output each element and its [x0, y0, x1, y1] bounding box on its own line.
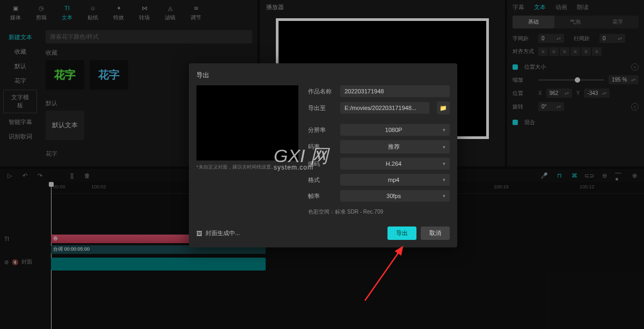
dest-label: 导出至	[308, 104, 335, 112]
chevron-down-icon: ▾	[443, 127, 445, 133]
chevron-down-icon: ▾	[443, 177, 445, 182]
resolution-label: 分辨率	[308, 126, 335, 134]
dialog-title: 导出	[196, 71, 450, 80]
name-label: 作品名称	[308, 87, 335, 96]
export-button[interactable]: 导出	[387, 226, 416, 240]
codec-select[interactable]: H.264▾	[340, 158, 450, 170]
bitrate-select[interactable]: 推荐▾	[340, 140, 450, 153]
export-dialog: 导出 *未自定义封面，建议去时间线设置。 作品名称 202203171948 导…	[189, 63, 457, 247]
color-space-info: 色彩空间：标准 SDR - Rec.709	[308, 208, 450, 216]
dest-path[interactable]: E:/movies/202203171948...	[340, 102, 429, 114]
format-select[interactable]: mp4▾	[340, 174, 450, 186]
export-preview-thumbnail	[196, 85, 298, 160]
image-icon: 🖼	[196, 230, 202, 237]
bitrate-label: 码率	[308, 143, 335, 151]
fps-select[interactable]: 30fps▾	[340, 190, 450, 202]
browse-folder-button[interactable]: 📁	[437, 101, 450, 114]
codec-label: 编码	[308, 160, 335, 168]
chevron-down-icon: ▾	[443, 193, 445, 199]
fps-label: 帧率	[308, 192, 335, 200]
resolution-select[interactable]: 1080P▾	[340, 124, 450, 136]
name-input[interactable]: 202203171948	[340, 85, 450, 97]
chevron-down-icon: ▾	[443, 144, 445, 150]
format-label: 格式	[308, 176, 335, 184]
cover-note: *未自定义封面，建议去时间线设置。	[196, 164, 298, 171]
folder-icon: 📁	[440, 105, 447, 112]
chevron-down-icon: ▾	[443, 161, 445, 166]
cover-generating-status: 🖼 封面生成中...	[196, 229, 240, 237]
cancel-button[interactable]: 取消	[421, 226, 450, 240]
